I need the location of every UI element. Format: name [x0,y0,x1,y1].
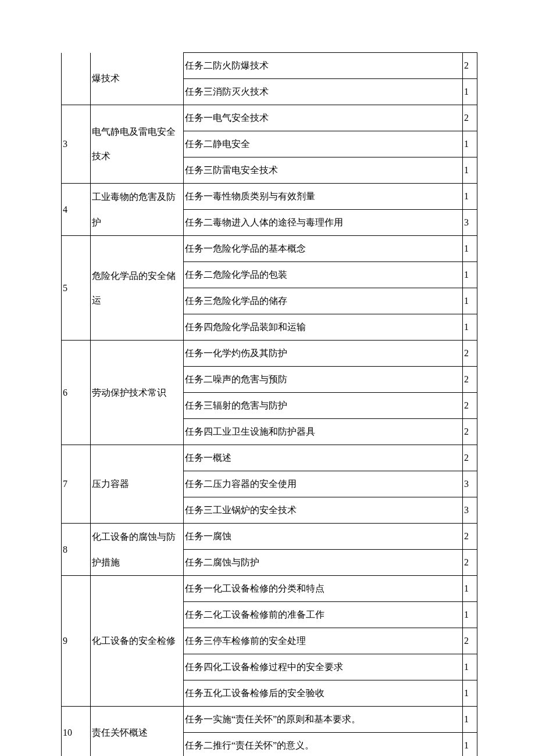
chapter-topic-cell: 责任关怀概述 [91,707,184,757]
task-cell: 任务二静电安全 [184,131,463,157]
hours-cell: 1 [463,262,477,288]
chapter-number-cell: 8 [62,524,91,576]
hours-cell: 1 [463,576,477,602]
task-cell: 任务三消防灭火技术 [184,79,463,105]
hours-cell: 3 [463,210,477,236]
hours-cell: 1 [463,707,477,733]
table-row: 10责任关怀概述任务一实施“责任关怀”的原则和基本要求。1 [62,707,477,733]
table-row: 3电气静电及雷电安全技术任务一电气安全技术2 [62,105,477,131]
hours-cell: 2 [463,445,477,471]
hours-cell: 3 [463,471,477,497]
task-cell: 任务一危险化学品的基本概念 [184,236,463,262]
hours-cell: 1 [463,680,477,707]
hours-cell: 1 [463,184,477,210]
hours-cell: 1 [463,288,477,314]
task-cell: 任务三防雷电安全技术 [184,157,463,184]
task-cell: 任务一化工设备检修的分类和特点 [184,576,463,602]
task-cell: 任务一电气安全技术 [184,105,463,131]
hours-cell: 1 [463,602,477,628]
task-cell: 任务二毒物进入人体的途径与毒理作用 [184,210,463,236]
chapter-topic-cell: 劳动保护技术常识 [91,341,184,445]
table-row: 7压力容器任务一概述2 [62,445,477,471]
chapter-number-cell: 3 [62,105,91,184]
task-cell: 任务二压力容器的安全使用 [184,471,463,497]
task-cell: 任务一概述 [184,445,463,471]
task-cell: 任务四危险化学品装卸和运输 [184,314,463,341]
table-row: 5危险化学品的安全储运任务一危险化学品的基本概念1 [62,236,477,262]
course-table: 爆技术任务二防火防爆技术2任务三消防灭火技术13电气静电及雷电安全技术任务一电气… [61,52,477,756]
hours-cell: 2 [463,550,477,576]
chapter-topic-cell: 电气静电及雷电安全技术 [91,105,184,184]
hours-cell: 2 [463,628,477,654]
chapter-topic-cell: 爆技术 [91,53,184,105]
table-row: 8化工设备的腐蚀与防护措施任务一腐蚀2 [62,524,477,550]
chapter-number-cell: 6 [62,341,91,445]
chapter-number-cell: 10 [62,707,91,757]
hours-cell: 1 [463,157,477,184]
task-cell: 任务四化工设备检修过程中的安全要求 [184,654,463,680]
task-cell: 任务三危险化学品的储存 [184,288,463,314]
task-cell: 任务一实施“责任关怀”的原则和基本要求。 [184,707,463,733]
task-cell: 任务二防火防爆技术 [184,53,463,79]
hours-cell: 1 [463,131,477,157]
hours-cell: 2 [463,419,477,445]
task-cell: 任务二噪声的危害与预防 [184,367,463,393]
task-cell: 任务一腐蚀 [184,524,463,550]
chapter-number-cell: 9 [62,576,91,707]
table-row: 4工业毒物的危害及防护任务一毒性物质类别与有效剂量1 [62,184,477,210]
task-cell: 任务二化工设备检修前的准备工作 [184,602,463,628]
hours-cell: 3 [463,497,477,524]
table-row: 9化工设备的安全检修任务一化工设备检修的分类和特点1 [62,576,477,602]
hours-cell: 2 [463,393,477,419]
table-row: 6劳动保护技术常识任务一化学灼伤及其防护2 [62,341,477,367]
chapter-topic-cell: 化工设备的安全检修 [91,576,184,707]
task-cell: 任务四工业卫生设施和防护器具 [184,419,463,445]
task-cell: 任务二推行“责任关怀”的意义。 [184,733,463,757]
chapter-number-cell: 7 [62,445,91,524]
hours-cell: 2 [463,105,477,131]
hours-cell: 1 [463,236,477,262]
task-cell: 任务五化工设备检修后的安全验收 [184,680,463,707]
task-cell: 任务一化学灼伤及其防护 [184,341,463,367]
chapter-number-cell [62,53,91,105]
task-cell: 任务二腐蚀与防护 [184,550,463,576]
task-cell: 任务三工业锅炉的安全技术 [184,497,463,524]
chapter-topic-cell: 化工设备的腐蚀与防护措施 [91,524,184,576]
table-row: 爆技术任务二防火防爆技术2 [62,53,477,79]
task-cell: 任务三辐射的危害与防护 [184,393,463,419]
task-cell: 任务二危险化学品的包装 [184,262,463,288]
chapter-topic-cell: 工业毒物的危害及防护 [91,184,184,236]
hours-cell: 1 [463,654,477,680]
hours-cell: 2 [463,53,477,79]
chapter-topic-cell: 危险化学品的安全储运 [91,236,184,341]
hours-cell: 1 [463,79,477,105]
chapter-number-cell: 4 [62,184,91,236]
task-cell: 任务一毒性物质类别与有效剂量 [184,184,463,210]
hours-cell: 2 [463,524,477,550]
hours-cell: 2 [463,341,477,367]
task-cell: 任务三停车检修前的安全处理 [184,628,463,654]
chapter-topic-cell: 压力容器 [91,445,184,524]
hours-cell: 1 [463,733,477,757]
hours-cell: 1 [463,314,477,341]
hours-cell: 2 [463,367,477,393]
chapter-number-cell: 5 [62,236,91,341]
